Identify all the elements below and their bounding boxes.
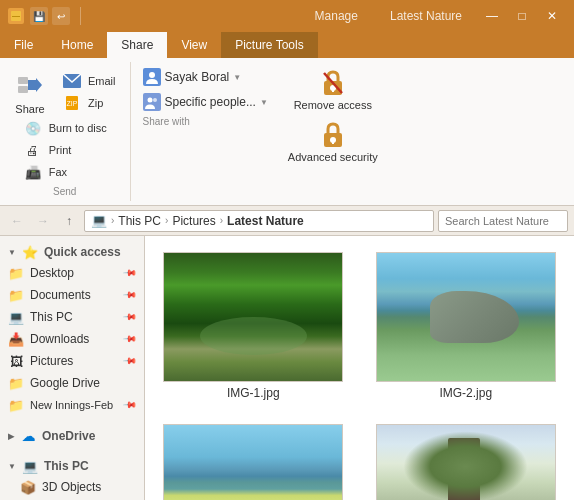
pin-icon-6: 📌 [123,398,138,413]
svg-point-8 [147,98,152,103]
google-drive-qa-label: Google Drive [30,376,136,390]
google-drive-qa-icon: 📁 [8,375,24,391]
burn-button[interactable]: 💿 Burn to disc [17,118,113,138]
svg-rect-16 [332,140,334,144]
tab-share[interactable]: Share [107,32,167,58]
tab-latest-nature[interactable]: Latest Nature [374,0,478,32]
thispc-qa-label: This PC [30,310,119,324]
file-item-img2[interactable]: IMG-2.jpg [370,248,563,404]
send-extra-buttons: 💿 Burn to disc 🖨 Print 📠 Fax [17,118,113,182]
breadcrumb-icon: 💻 [91,213,107,228]
sidebar-item-documents-qa[interactable]: 📁 Documents 📌 [0,284,144,306]
file-item-img6[interactable]: IMG-6.jpg [370,420,563,500]
app-icon [8,8,24,24]
this-pc-header[interactable]: ▼ 💻 This PC [0,454,144,476]
svg-rect-12 [332,88,334,92]
svg-rect-1 [12,16,20,17]
path-this-pc[interactable]: This PC [118,214,161,228]
tab-home[interactable]: Home [47,32,107,58]
specific-people-label: Specific people... [165,95,256,109]
forward-button[interactable]: → [32,210,54,232]
path-pictures[interactable]: Pictures [172,214,215,228]
up-button[interactable]: ↑ [58,210,80,232]
onedrive-label: OneDrive [42,429,95,443]
img1-preview [164,253,342,381]
file-item-img1[interactable]: IMG-1.jpg [157,248,350,404]
advanced-security-button[interactable]: Advanced security [280,118,386,166]
window-controls: — □ ✕ [478,2,566,30]
sidebar: ▼ ⭐ Quick access 📁 Desktop 📌 📁 Documents… [0,236,145,500]
address-path[interactable]: 💻 › This PC › Pictures › Latest Nature [84,210,434,232]
advanced-security-label: Advanced security [288,151,378,163]
thispc-icon: 💻 [22,458,38,474]
onedrive-icon: ☁ [20,428,36,444]
remove-access-label: Remove access [294,99,372,111]
thispc-label: This PC [44,459,89,473]
qa-save-icon[interactable]: 💾 [30,7,48,25]
sayak-boral-button[interactable]: Sayak Boral ▼ [139,66,272,88]
img1-name: IMG-1.jpg [227,386,280,400]
share-security-buttons: Remove access Advanced security [280,66,386,166]
tab-picture-tools[interactable]: Picture Tools [221,32,317,58]
new-innings-qa-icon: 📁 [8,397,24,413]
minimize-button[interactable]: — [478,2,506,30]
fax-icon: 📠 [23,164,43,180]
print-button[interactable]: 🖨 Print [17,140,113,160]
title-bar-left: 💾 ↩ [8,7,299,25]
new-innings-qa-label: New Innings-Feb [30,399,119,411]
dropdown-arrow: ▼ [233,73,241,82]
sidebar-item-new-innings-qa[interactable]: 📁 New Innings-Feb 📌 [0,394,144,416]
address-bar: ← → ↑ 💻 › This PC › Pictures › Latest Na… [0,206,574,236]
svg-rect-2 [18,77,28,84]
img5-preview [164,425,342,500]
print-label: Print [49,144,72,156]
share-label: Share [15,103,44,115]
sidebar-item-pictures-qa[interactable]: 🖼 Pictures 📌 [0,350,144,372]
svg-point-7 [149,72,155,78]
sidebar-this-pc: ▼ 💻 This PC 📦 3D Objects 🖥 Desktop 📄 Doc… [0,454,144,500]
remove-access-button[interactable]: Remove access [280,66,386,114]
back-button[interactable]: ← [6,210,28,232]
quick-access-header[interactable]: ▼ ⭐ Quick access [0,240,144,262]
burn-label: Burn to disc [49,122,107,134]
onedrive-header[interactable]: ▶ ☁ OneDrive [0,424,144,446]
close-button[interactable]: ✕ [538,2,566,30]
img2-thumbnail [376,252,556,382]
zip-label: Zip [88,97,103,109]
sidebar-item-3dobjects[interactable]: 📦 3D Objects [0,476,144,498]
sidebar-item-thispc-qa[interactable]: 💻 This PC 📌 [0,306,144,328]
ribbon: File Home Share View Picture Tools [0,32,574,206]
ribbon-tab-bar: File Home Share View Picture Tools [0,32,574,58]
share-button[interactable]: Share [8,66,52,118]
advanced-security-icon [319,121,347,149]
email-button[interactable]: Email [56,71,122,91]
fax-button[interactable]: 📠 Fax [17,162,113,182]
search-input[interactable] [438,210,568,232]
desktop-qa-label: Desktop [30,266,119,280]
file-item-img5[interactable]: IMG-5.jpg [157,420,350,500]
pin-icon: 📌 [123,266,138,281]
sidebar-item-desktop-qa[interactable]: 📁 Desktop 📌 [0,262,144,284]
email-icon [62,73,82,89]
documents-qa-icon: 📁 [8,287,24,303]
quick-access-toolbar: 💾 ↩ [30,7,70,25]
zip-icon: ZIP [62,95,82,111]
tab-view[interactable]: View [167,32,221,58]
svg-text:ZIP: ZIP [67,100,78,107]
path-latest-nature[interactable]: Latest Nature [227,214,304,228]
remove-access-icon [319,69,347,97]
sayak-boral-label: Sayak Boral [165,70,230,84]
sidebar-item-downloads-qa[interactable]: 📥 Downloads 📌 [0,328,144,350]
specific-people-button[interactable]: Specific people... ▼ [139,91,272,113]
burn-icon: 💿 [23,120,43,136]
img1-thumbnail [163,252,343,382]
maximize-button[interactable]: □ [508,2,536,30]
tab-file[interactable]: File [0,32,47,58]
sidebar-item-google-drive-qa[interactable]: 📁 Google Drive [0,372,144,394]
fax-label: Fax [49,166,67,178]
qa-undo-icon[interactable]: ↩ [52,7,70,25]
tab-manage[interactable]: Manage [299,0,374,32]
zip-button[interactable]: ZIP Zip [56,93,122,113]
share-icon [14,69,46,101]
send-buttons: Share Email ZIP Zip [8,66,122,118]
